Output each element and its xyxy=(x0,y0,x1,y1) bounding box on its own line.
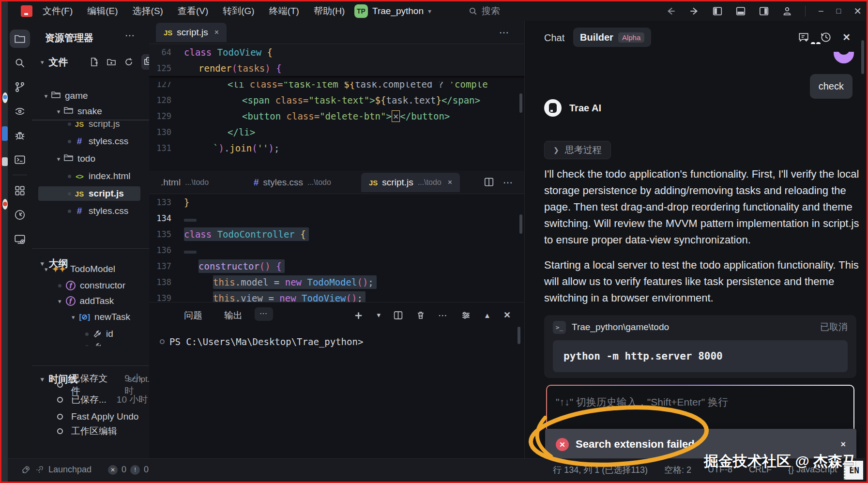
menu-T[interactable]: 终端(T) xyxy=(269,5,299,17)
code-line-136[interactable]: 136 xyxy=(149,242,524,258)
tree-item-index.html[interactable]: <>index.html xyxy=(32,169,147,183)
timeline-item[interactable]: Fast Apply Undo xyxy=(57,409,138,424)
project-switcher[interactable]: TP Trae_python ▾ xyxy=(354,4,431,18)
account-icon[interactable] xyxy=(782,6,792,16)
terminal-content[interactable]: PS C:\Users\Ma\Desktop\Trae_python> xyxy=(160,336,363,347)
menu-E[interactable]: 编辑(E) xyxy=(87,5,118,17)
problems-status[interactable]: ✕ 0 ! 0 xyxy=(108,465,149,475)
panel-tabs-more-icon[interactable]: ⋯ xyxy=(255,307,273,321)
status-item[interactable]: 空格: 2 xyxy=(664,464,691,476)
panel-tab-output[interactable]: 输出 xyxy=(224,309,243,322)
new-chat-icon[interactable] xyxy=(798,31,809,43)
editor-group2-scrollbar[interactable] xyxy=(519,214,522,234)
files-section-header[interactable]: ▾ 文件 xyxy=(41,54,145,70)
editor-tab-stylescss[interactable]: #styles.css...\todo xyxy=(246,173,339,192)
panel-tab-problems[interactable]: 问题 xyxy=(184,309,202,322)
menu-S[interactable]: 选择(S) xyxy=(133,5,163,17)
close-window-button[interactable]: ✕ xyxy=(853,5,862,17)
outline-item-constructor[interactable]: fconstructor xyxy=(58,278,125,293)
collapse-all-icon[interactable] xyxy=(143,56,149,66)
toggle-left-sidebar-icon[interactable] xyxy=(712,6,723,16)
tree-item-styles.css[interactable]: #styles.css xyxy=(32,134,147,149)
maximize-panel-icon[interactable]: ▲ xyxy=(484,311,491,319)
split-terminal-icon[interactable] xyxy=(393,310,403,320)
editor-group1-scrollbar[interactable] xyxy=(519,93,522,113)
code-line-130[interactable]: 130</li> xyxy=(149,124,524,140)
toast-close-icon[interactable]: × xyxy=(840,439,846,450)
code-line-133[interactable]: 133} xyxy=(149,194,524,210)
code-line-131[interactable]: 131`).join(''); xyxy=(149,140,524,156)
history-icon[interactable] xyxy=(820,31,832,43)
editor-group2-more-icon[interactable]: ⋯ xyxy=(503,177,514,188)
editor-tab-scriptjs[interactable]: JSscript.js× xyxy=(156,23,227,42)
tree-item-styles.css[interactable]: #styles.css xyxy=(32,204,147,218)
tab-builder[interactable]: Builder Alpha xyxy=(573,28,651,47)
code-line-128[interactable]: 128<span class="task-text">${task.text}<… xyxy=(149,92,524,108)
outline-item-cut[interactable] xyxy=(85,339,106,354)
nav-back-icon[interactable] xyxy=(666,6,676,16)
activity-history-icon[interactable] xyxy=(10,206,30,224)
timeline-item[interactable]: 工作区编辑 xyxy=(57,424,117,438)
status-item[interactable]: 行 134, 列 1 (已选择113) xyxy=(553,464,648,476)
code-line-135[interactable]: 135class TodoController { xyxy=(149,226,524,242)
refresh-icon[interactable] xyxy=(124,57,134,67)
editor-group1-more-icon[interactable]: ⋯ xyxy=(499,27,510,38)
split-editor-icon[interactable] xyxy=(484,177,494,187)
code-line-125[interactable]: 125render(tasks) { xyxy=(149,60,524,76)
outline-item-id[interactable]: id xyxy=(85,327,113,341)
outline-item-addTask[interactable]: ▾faddTask xyxy=(58,294,114,308)
close-panel-icon[interactable]: ✕ xyxy=(503,310,511,320)
activity-extensions-icon[interactable] xyxy=(10,181,30,200)
activity-source-control-icon[interactable] xyxy=(10,78,30,96)
tree-item-todo[interactable]: ▾todo xyxy=(32,151,147,166)
explorer-more-icon[interactable]: ⋯ xyxy=(125,30,136,41)
editor-tab-scriptjs[interactable]: JSscript.js...\todo× xyxy=(361,173,460,192)
new-file-icon[interactable] xyxy=(89,57,99,67)
activity-test-terminal-icon[interactable] xyxy=(10,151,30,169)
activity-remote-icon[interactable] xyxy=(10,230,30,248)
global-search[interactable]: 搜索 xyxy=(469,5,551,17)
outline-item-TodoModel[interactable]: ▾✦✦TodoModel xyxy=(45,262,115,276)
menu-F[interactable]: 文件(F) xyxy=(43,5,73,17)
command-code-block[interactable]: python -m http.server 8000 xyxy=(553,340,848,372)
menu-G[interactable]: 转到(G) xyxy=(223,5,254,17)
activity-references-icon[interactable] xyxy=(10,102,30,121)
tab-chat[interactable]: Chat xyxy=(544,32,564,44)
timeline-item[interactable]: 已保存...10 小时 xyxy=(57,392,148,407)
filter-tune-icon[interactable] xyxy=(461,310,471,320)
kill-terminal-icon[interactable] xyxy=(416,310,426,320)
menu-H[interactable]: 帮助(H) xyxy=(314,5,345,17)
editor-tab-html[interactable]: .html...\todo xyxy=(153,173,216,192)
outline-item-newTask[interactable]: ▾[⊘]newTask xyxy=(72,310,130,324)
launchpad-label[interactable]: Launchpad xyxy=(48,465,91,475)
minimize-button[interactable]: − xyxy=(818,6,824,17)
app-icon[interactable] xyxy=(21,5,32,17)
thinking-process-toggle[interactable]: ❯ 思考过程 xyxy=(544,141,611,159)
panel-more-icon[interactable]: ⋯ xyxy=(438,310,448,321)
close-chat-icon[interactable]: ✕ xyxy=(842,31,851,43)
tree-item-script.js[interactable]: JSscript.js xyxy=(32,117,147,131)
tree-item-game[interactable]: ▾game xyxy=(32,89,147,103)
close-tab-icon[interactable]: × xyxy=(214,28,219,37)
nav-forward-icon[interactable] xyxy=(689,6,700,16)
user-avatar[interactable] xyxy=(834,52,854,63)
activity-search-icon[interactable] xyxy=(10,54,30,72)
maximize-button[interactable]: □ xyxy=(837,7,841,15)
toggle-panel-icon[interactable] xyxy=(735,6,746,16)
terminal-dropdown-icon[interactable]: ▾ xyxy=(377,311,381,319)
code-line-138[interactable]: 138this.model = new TodoModel(); xyxy=(149,274,524,290)
activity-explorer-icon[interactable] xyxy=(10,30,30,48)
code-line-129[interactable]: 129<button class="delete-btn">×</button> xyxy=(149,108,524,124)
toggle-right-sidebar-icon[interactable] xyxy=(759,6,769,16)
tree-item-snake[interactable]: ▾snake xyxy=(32,104,147,119)
timeline-item[interactable]: 已保存文件9 小时 xyxy=(57,377,149,392)
new-terminal-icon[interactable]: ＋ xyxy=(353,307,365,323)
new-folder-icon[interactable] xyxy=(107,57,116,67)
code-line-64[interactable]: 64class TodoView { xyxy=(149,44,524,60)
chat-scrollbar[interactable] xyxy=(861,40,864,74)
activity-debug-icon[interactable] xyxy=(10,126,30,145)
close-tab-icon[interactable]: × xyxy=(448,178,452,187)
menu-V[interactable]: 查看(V) xyxy=(178,5,208,17)
code-line-137[interactable]: 137constructor() { xyxy=(149,258,524,274)
panel-scrollbar[interactable] xyxy=(518,327,520,344)
